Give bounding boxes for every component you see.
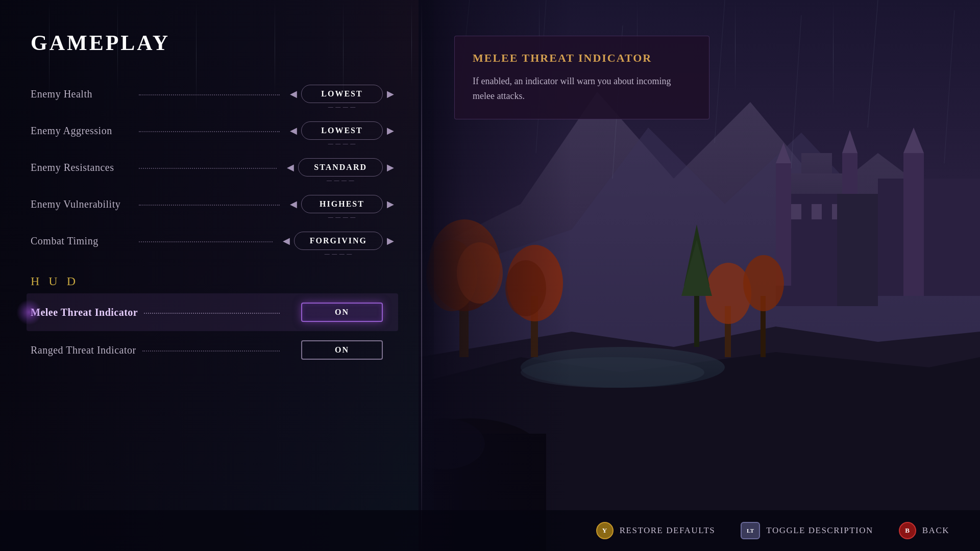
enemy-aggression-value: LOWEST: [301, 121, 383, 140]
hud-section-header: H U D: [31, 259, 398, 293]
enemy-aggression-selector[interactable]: ◀ LOWEST ▶: [286, 121, 398, 140]
enemy-resistances-left-arrow[interactable]: ◀: [283, 161, 298, 174]
enemy-vulnerability-value: HIGHEST: [301, 195, 383, 213]
description-text: If enabled, an indicator will warn you a…: [473, 74, 691, 104]
lt-button[interactable]: LT: [741, 522, 760, 539]
ranged-threat-label: Ranged Threat Indicator: [31, 344, 136, 356]
enemy-health-left-arrow[interactable]: ◀: [286, 87, 301, 101]
enemy-aggression-right-arrow[interactable]: ▶: [383, 124, 398, 137]
dots-melee-threat: [144, 313, 280, 314]
enemy-health-selector[interactable]: ◀ LOWEST ▶: [286, 85, 398, 103]
dots-combat-timing: [139, 241, 273, 242]
description-box: MELEE THREAT INDICATOR If enabled, an in…: [454, 36, 709, 119]
dots-enemy-vulnerability: [139, 205, 280, 206]
setting-row-enemy-vulnerability[interactable]: Enemy Vulnerability ◀ HIGHEST ▶: [31, 186, 398, 222]
enemy-resistances-value: STANDARD: [298, 158, 383, 177]
dots-enemy-health: [139, 94, 280, 95]
setting-row-combat-timing[interactable]: Combat Timing ◀ FORGIVING ▶: [31, 222, 398, 259]
enemy-health-label: Enemy Health: [31, 88, 133, 100]
enemy-vulnerability-label: Enemy Vulnerability: [31, 198, 133, 210]
left-panel: GAMEPLAY Enemy Health ◀ LOWEST ▶ Enemy A…: [0, 0, 424, 551]
bottom-bar: Y RESTORE DEFAULTS LT TOGGLE DESCRIPTION…: [0, 510, 980, 551]
b-button[interactable]: B: [899, 522, 916, 539]
description-title: MELEE THREAT INDICATOR: [473, 52, 691, 65]
setting-row-enemy-resistances[interactable]: Enemy Resistances ◀ STANDARD ▶: [31, 149, 398, 186]
enemy-resistances-right-arrow[interactable]: ▶: [383, 161, 398, 174]
enemy-health-value: LOWEST: [301, 85, 383, 103]
toggle-description-label: TOGGLE DESCRIPTION: [766, 525, 873, 536]
enemy-vulnerability-right-arrow[interactable]: ▶: [383, 197, 398, 211]
combat-timing-selector[interactable]: ◀ FORGIVING ▶: [279, 232, 398, 250]
enemy-aggression-label: Enemy Aggression: [31, 125, 133, 137]
back-label: BACK: [922, 525, 949, 536]
ranged-threat-toggle[interactable]: ON: [286, 340, 398, 360]
y-button[interactable]: Y: [596, 522, 614, 539]
setting-row-enemy-aggression[interactable]: Enemy Aggression ◀ LOWEST ▶: [31, 112, 398, 149]
enemy-vulnerability-selector[interactable]: ◀ HIGHEST ▶: [286, 195, 398, 213]
ranged-threat-value[interactable]: ON: [301, 340, 383, 360]
combat-timing-right-arrow[interactable]: ▶: [383, 234, 398, 247]
main-content: GAMEPLAY Enemy Health ◀ LOWEST ▶ Enemy A…: [0, 0, 980, 551]
enemy-resistances-selector[interactable]: ◀ STANDARD ▶: [283, 158, 398, 177]
dots-ranged-threat: [142, 350, 280, 352]
enemy-health-right-arrow[interactable]: ▶: [383, 87, 398, 101]
combat-timing-left-arrow[interactable]: ◀: [279, 234, 294, 247]
dots-enemy-aggression: [139, 131, 280, 132]
panel-divider: [421, 0, 422, 551]
setting-row-melee-threat[interactable]: Melee Threat Indicator ON: [27, 293, 398, 331]
melee-threat-value[interactable]: ON: [301, 303, 383, 322]
setting-row-ranged-threat[interactable]: Ranged Threat Indicator ON: [31, 331, 398, 369]
melee-threat-label: Melee Threat Indicator: [31, 307, 138, 318]
restore-defaults-label: RESTORE DEFAULTS: [620, 525, 716, 536]
back-action[interactable]: B BACK: [899, 522, 949, 539]
setting-row-enemy-health[interactable]: Enemy Health ◀ LOWEST ▶: [31, 76, 398, 112]
combat-timing-label: Combat Timing: [31, 235, 133, 247]
dots-enemy-resistances: [139, 168, 277, 169]
page-title: GAMEPLAY: [31, 31, 398, 55]
toggle-description-action[interactable]: LT TOGGLE DESCRIPTION: [741, 522, 873, 539]
melee-threat-toggle[interactable]: ON: [286, 303, 398, 322]
restore-defaults-action[interactable]: Y RESTORE DEFAULTS: [596, 522, 716, 539]
combat-timing-value: FORGIVING: [294, 232, 383, 250]
enemy-aggression-left-arrow[interactable]: ◀: [286, 124, 301, 137]
enemy-resistances-label: Enemy Resistances: [31, 162, 133, 173]
enemy-vulnerability-left-arrow[interactable]: ◀: [286, 197, 301, 211]
settings-list: Enemy Health ◀ LOWEST ▶ Enemy Aggression…: [31, 76, 398, 369]
right-panel: MELEE THREAT INDICATOR If enabled, an in…: [424, 0, 980, 551]
